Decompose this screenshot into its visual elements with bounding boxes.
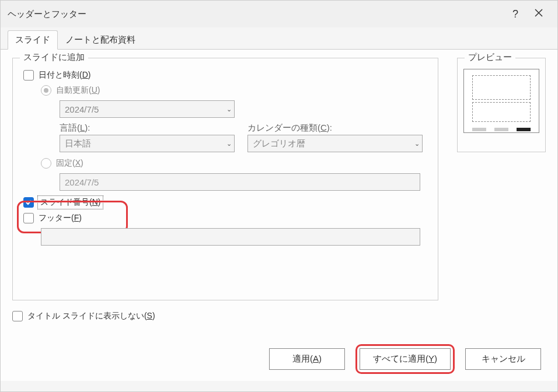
auto-update-radio[interactable]: [41, 85, 51, 96]
language-label: 言語(L):: [60, 123, 235, 134]
language-select[interactable]: 日本語 ⌄: [60, 135, 235, 152]
chevron-down-icon: ⌄: [414, 140, 420, 148]
apply-all-button[interactable]: すべてに適用(Y): [360, 348, 451, 370]
footer-label: フッター(F): [39, 213, 82, 223]
footer-checkbox[interactable]: [23, 213, 34, 223]
slide-number-label: スライド番号(N): [39, 197, 102, 208]
close-button[interactable]: [527, 5, 550, 23]
window-title: ヘッダーとフッター: [8, 9, 504, 20]
help-button[interactable]: ?: [504, 5, 527, 23]
apply-all-highlight: すべてに適用(Y): [355, 344, 455, 374]
footer-input[interactable]: [41, 228, 420, 246]
auto-update-label: 自動更新(U): [56, 85, 100, 96]
datetime-label: 日付と時刻(D): [39, 70, 90, 80]
slide-preview: [463, 69, 539, 133]
chevron-down-icon: ⌄: [226, 140, 232, 148]
calendar-type-select[interactable]: グレゴリオ暦 ⌄: [247, 135, 423, 152]
add-to-slide-group: スライドに追加 日付と時刻(D) 自動更新(U) 2024/7/5 ⌄: [12, 58, 438, 300]
dont-show-title-checkbox[interactable]: [12, 311, 23, 321]
chevron-down-icon: ⌄: [226, 106, 232, 113]
date-format-select[interactable]: 2024/7/5 ⌄: [60, 100, 235, 118]
preview-legend: プレビュー: [465, 52, 515, 63]
preview-group: プレビュー: [457, 58, 546, 152]
fixed-label: 固定(X): [56, 158, 83, 169]
add-to-slide-legend: スライドに追加: [20, 52, 88, 63]
datetime-checkbox[interactable]: [23, 70, 34, 80]
slide-number-checkbox[interactable]: [23, 197, 34, 208]
dont-show-title-label: タイトル スライドに表示しない(S): [27, 311, 155, 321]
fixed-date-input[interactable]: 2024/7/5: [60, 173, 420, 191]
calendar-type-label: カレンダーの種類(C):: [247, 123, 423, 134]
tab-notes-handouts[interactable]: ノートと配布資料: [58, 30, 143, 50]
fixed-radio[interactable]: [41, 158, 51, 169]
cancel-button[interactable]: キャンセル: [465, 348, 541, 370]
tab-slide[interactable]: スライド: [8, 30, 58, 50]
apply-button[interactable]: 適用(A): [269, 348, 345, 370]
